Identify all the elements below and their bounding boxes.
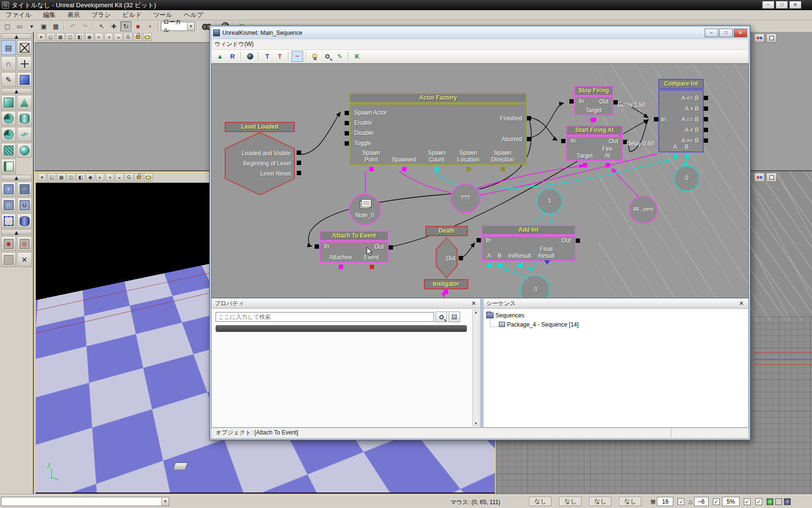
- node-output[interactable]: A <= B: [659, 93, 699, 104]
- maximize-button[interactable]: □: [776, 1, 788, 9]
- option-checkbox[interactable]: ✓: [744, 498, 751, 505]
- output-pin[interactable]: [576, 239, 580, 243]
- var-circle-all-players[interactable]: All ..yers: [629, 195, 658, 224]
- node-variable[interactable]: Spawn Location: [457, 149, 479, 163]
- toolbar-button[interactable]: [64, 22, 65, 30]
- angle-snap-checkbox[interactable]: ✓: [713, 498, 720, 505]
- variable-pin[interactable]: [498, 263, 502, 268]
- csg-intersect-button[interactable]: ∩: [1, 197, 16, 212]
- csg-add-button[interactable]: +: [1, 181, 16, 196]
- output-pin[interactable]: [297, 161, 301, 165]
- select-tool-button[interactable]: ↖: [96, 21, 107, 31]
- unlit-mode-button[interactable]: ◧: [76, 173, 85, 181]
- collapsed-category-bar[interactable]: [216, 325, 467, 332]
- node-output[interactable]: Finished: [500, 115, 522, 122]
- tree-item-package[interactable]: Package_4 - Sequence [14]: [483, 320, 748, 329]
- output-pin[interactable]: [389, 245, 393, 250]
- update-list-button[interactable]: ✎: [334, 51, 346, 62]
- tree-item-sequences[interactable]: Sequences: [483, 311, 748, 320]
- variable-pin[interactable]: [487, 263, 492, 268]
- instigator-variable[interactable]: Instigator: [424, 279, 468, 289]
- redo-button[interactable]: ↷: [79, 21, 90, 31]
- node-variable[interactable]: Attachee: [329, 254, 352, 261]
- node-output[interactable]: A > B: [659, 104, 699, 114]
- csg-subtract-button[interactable]: −: [17, 181, 32, 196]
- layer-combo[interactable]: ▼: [1, 497, 169, 506]
- brush-edit-pen-button[interactable]: ✎: [1, 72, 16, 87]
- variable-pin[interactable]: [369, 167, 374, 171]
- misc-gray-button[interactable]: [1, 252, 16, 267]
- node-output[interactable]: Out: [599, 98, 609, 105]
- variable-pin[interactable]: [518, 263, 522, 268]
- node-death[interactable]: Death Out Instigator: [425, 226, 468, 236]
- variable-pin[interactable]: [466, 167, 471, 171]
- node-variable[interactable]: Target: [586, 107, 602, 114]
- close-panel-icon[interactable]: ✕: [470, 300, 478, 307]
- kismet-title-bar[interactable]: UnrealKismet: Main_Sequence − □ ✕: [211, 27, 749, 39]
- delete-brush-button[interactable]: ✕: [17, 252, 32, 267]
- node-variable[interactable]: Spawn Count: [428, 149, 446, 163]
- kismet-maximize-button[interactable]: □: [719, 29, 733, 37]
- zoom-level-field[interactable]: 5%: [722, 497, 740, 506]
- output-pin[interactable]: [704, 96, 708, 100]
- variable-pin[interactable]: [501, 167, 505, 171]
- viewport-maximize-button[interactable]: [766, 173, 777, 182]
- transform-gizmo-button[interactable]: [17, 56, 32, 71]
- output-pin[interactable]: [297, 150, 301, 155]
- lock-viewport-button[interactable]: [133, 33, 142, 41]
- brush-linear-stair-button[interactable]: [1, 143, 16, 158]
- section-divider-3[interactable]: ▲: [1, 229, 32, 235]
- wireframe-mode-button[interactable]: ◫: [67, 173, 75, 181]
- var-circle-object[interactable]: ???: [450, 183, 480, 213]
- death-diamond[interactable]: Out: [435, 237, 458, 279]
- var-circle-int-0[interactable]: 0: [674, 165, 700, 192]
- node-variable[interactable]: B: [498, 253, 502, 259]
- input-pin[interactable]: [569, 99, 574, 104]
- snap-combo[interactable]: なし: [589, 497, 611, 506]
- brush-curved-stair-button[interactable]: ↺: [1, 111, 16, 126]
- camera-eye-button[interactable]: [143, 33, 152, 41]
- camera-speed-fast-button[interactable]: ◎: [17, 236, 32, 251]
- node-output[interactable]: Out: [609, 138, 618, 145]
- camera-speed-slow-button[interactable]: ◉: [1, 236, 16, 251]
- grid-snap-field[interactable]: 16: [657, 497, 673, 506]
- section-divider-2[interactable]: ▲: [1, 175, 32, 180]
- output-pin[interactable]: [459, 256, 463, 260]
- combo-arrow-icon[interactable]: ▼: [187, 22, 194, 30]
- kismet-minimize-button[interactable]: −: [705, 29, 718, 37]
- close-button[interactable]: ✕: [789, 1, 801, 9]
- search-tool-button[interactable]: [321, 51, 333, 62]
- snap-combo[interactable]: なし: [619, 497, 641, 506]
- kismet-close-button[interactable]: ✕: [734, 29, 747, 37]
- shader-complexity-button[interactable]: ◒: [115, 173, 124, 181]
- new-file-button[interactable]: ▢: [2, 21, 13, 31]
- menu-item[interactable]: ファイル: [0, 11, 37, 19]
- menu-item[interactable]: 表示: [61, 11, 86, 19]
- variable-pin[interactable]: [544, 260, 550, 268]
- wireframe-mode-button[interactable]: ◫: [66, 33, 74, 41]
- static-mesh-object[interactable]: [173, 463, 188, 470]
- minimize-button[interactable]: −: [762, 1, 774, 9]
- node-variable[interactable]: Spawn Direction: [491, 149, 514, 163]
- unlit-mode-button[interactable]: ◧: [75, 33, 84, 41]
- save-all-button[interactable]: ▦: [50, 21, 61, 31]
- viewport-menu-button[interactable]: ▾: [38, 173, 46, 181]
- camera-mode-button[interactable]: ▤: [1, 40, 16, 55]
- kismet-toolbar-button[interactable]: [305, 51, 306, 61]
- output-pin[interactable]: [704, 106, 708, 111]
- node-compare-int[interactable]: Compare Int A <= BA > BA == BA < BA >= B…: [658, 79, 704, 152]
- node-variable[interactable]: B: [685, 144, 689, 150]
- node-output[interactable]: Out: [375, 243, 384, 250]
- brush-spiral-stair-button[interactable]: ↻: [1, 127, 16, 142]
- brush-cylinder-button[interactable]: [17, 111, 32, 126]
- lock-viewport-button[interactable]: [134, 173, 143, 181]
- input-pin[interactable]: [477, 238, 481, 242]
- node-actor-factory[interactable]: Actor Factory Spawn ActorEnableDisableTo…: [349, 93, 527, 165]
- node-input[interactable]: In: [661, 116, 666, 123]
- node-variable[interactable]: IntResult: [508, 253, 531, 259]
- rename-sequence-button[interactable]: R: [227, 51, 238, 62]
- snap-combo[interactable]: なし: [559, 497, 581, 506]
- detail-lighting-button[interactable]: ◐: [95, 33, 103, 41]
- shader-complexity-button[interactable]: ◒: [114, 33, 123, 41]
- parent-sequence-button[interactable]: ▲: [214, 51, 226, 62]
